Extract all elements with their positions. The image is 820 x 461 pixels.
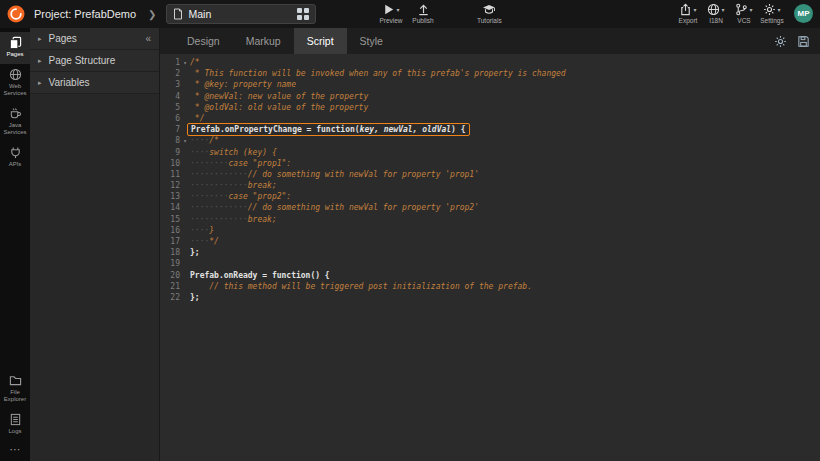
chevron-right-icon: ▸: [38, 57, 42, 65]
selected-page-name: Main: [189, 8, 298, 20]
fold-caret-icon[interactable]: ▾: [180, 57, 190, 68]
section-label: Variables: [49, 77, 90, 88]
code-text: * This function will be invoked when any…: [190, 68, 566, 79]
line-number: 15: [160, 214, 180, 225]
code-line[interactable]: 5 * @oldVal: old value of the property: [160, 102, 820, 113]
sidebar-label: Web Services: [1, 83, 29, 98]
logs-icon: [9, 413, 22, 426]
vcs-label: VCS: [737, 17, 750, 24]
page-selector[interactable]: Main: [166, 4, 316, 24]
save-icon[interactable]: [797, 35, 810, 48]
branch-icon: [735, 3, 748, 16]
more-options-icon[interactable]: ⋯: [10, 440, 21, 461]
i18n-button[interactable]: ▾ I18N: [704, 2, 728, 24]
pages-grid-icon[interactable]: [297, 8, 309, 20]
wavemaker-logo-icon: [7, 5, 25, 23]
fold-caret-icon[interactable]: ▾: [180, 135, 190, 146]
code-line[interactable]: 7Prefab.onPropertyChange = function(key,…: [160, 124, 820, 135]
chevron-down-icon: ▾: [721, 6, 724, 13]
line-number: 12: [160, 180, 180, 191]
tab-script[interactable]: Script: [294, 28, 347, 54]
line-number: 10: [160, 158, 180, 169]
code-line[interactable]: 15············break;: [160, 214, 820, 225]
sidebar-item-web-services[interactable]: Web Services: [0, 64, 30, 103]
code-text: ····}: [190, 225, 214, 236]
code-text: Prefab.onReady = function() {: [190, 270, 330, 281]
tutorials-group: Tutorials: [477, 2, 502, 24]
line-number: 8: [160, 135, 180, 146]
line-number: 7: [160, 124, 180, 135]
code-line[interactable]: 2 * This function will be invoked when a…: [160, 68, 820, 79]
preview-publish-group: ▾ Preview Publish: [379, 2, 435, 24]
publish-label: Publish: [412, 17, 433, 24]
code-line[interactable]: 17····*/: [160, 236, 820, 247]
code-line[interactable]: 20Prefab.onReady = function() {: [160, 270, 820, 281]
code-line[interactable]: 11············// do something with newVa…: [160, 169, 820, 180]
panel-section-variables[interactable]: ▸ Variables: [30, 72, 159, 94]
vcs-button[interactable]: ▾ VCS: [732, 2, 756, 24]
api-icon: [9, 146, 22, 159]
collapse-panel-icon[interactable]: «: [145, 33, 151, 44]
code-line[interactable]: 16····}: [160, 225, 820, 236]
code-line[interactable]: 10········case "prop1":: [160, 158, 820, 169]
code-editor[interactable]: 1▾/*2 * This function will be invoked wh…: [160, 54, 820, 461]
export-button[interactable]: ▾ Export: [676, 2, 700, 24]
code-text: /*: [190, 57, 200, 68]
upload-icon: [417, 3, 430, 16]
chevron-right-icon: ❯: [148, 9, 156, 20]
code-line[interactable]: 3 * @key: property name: [160, 79, 820, 90]
code-line[interactable]: 8▾····/*: [160, 135, 820, 146]
tab-design[interactable]: Design: [174, 28, 233, 54]
code-text: ············break;: [190, 180, 277, 191]
sidebar-item-pages[interactable]: Pages: [0, 32, 30, 64]
tab-markup[interactable]: Markup: [233, 28, 294, 54]
left-icon-sidebar: Pages Web Services Java Services APIs Fi…: [0, 28, 30, 461]
code-line[interactable]: 19: [160, 258, 820, 269]
preview-label: Preview: [379, 17, 402, 24]
line-number: 3: [160, 79, 180, 90]
publish-button[interactable]: Publish: [411, 2, 435, 24]
globe-icon: [707, 3, 720, 16]
code-line[interactable]: 12············break;: [160, 180, 820, 191]
chevron-down-icon: ▾: [693, 6, 696, 13]
code-text: // this method will be triggered post in…: [190, 281, 532, 292]
graduation-cap-icon: [482, 3, 496, 16]
code-text: Prefab.onPropertyChange = function(key, …: [190, 123, 470, 136]
code-line[interactable]: 14············// do something with newVa…: [160, 202, 820, 213]
code-line[interactable]: 1▾/*: [160, 57, 820, 68]
sidebar-label: APIs: [1, 161, 29, 169]
sidebar-label: Java Services: [1, 122, 29, 137]
tab-style[interactable]: Style: [347, 28, 396, 54]
user-avatar[interactable]: MP: [794, 4, 813, 23]
line-number: 21: [160, 281, 180, 292]
panel-section-page-structure[interactable]: ▸ Page Structure: [30, 50, 159, 72]
tutorials-button[interactable]: Tutorials: [477, 2, 502, 24]
project-title: Project: PrefabDemo: [34, 8, 136, 20]
line-number: 6: [160, 113, 180, 124]
sidebar-item-apis[interactable]: APIs: [0, 142, 30, 174]
line-number: 13: [160, 191, 180, 202]
sidebar-label: File Explorer: [1, 389, 29, 404]
sidebar-item-java-services[interactable]: Java Services: [0, 103, 30, 142]
code-line[interactable]: 18};: [160, 247, 820, 258]
line-number: 19: [160, 258, 180, 269]
code-line[interactable]: 9····switch (key) {: [160, 147, 820, 158]
settings-button[interactable]: ▾ Settings: [760, 2, 784, 24]
panel-section-pages[interactable]: ▸ Pages «: [30, 28, 159, 50]
line-number: 11: [160, 169, 180, 180]
code-line[interactable]: 22};: [160, 292, 820, 303]
sidebar-item-file-explorer[interactable]: File Explorer: [0, 370, 30, 409]
highlight-box: Prefab.onPropertyChange = function(key, …: [187, 123, 470, 136]
editor-settings-gear-icon[interactable]: [774, 35, 787, 48]
editor-tab-bar: Design Markup Script Style: [160, 28, 820, 54]
code-line[interactable]: 13········case "prop2":: [160, 191, 820, 202]
preview-button[interactable]: ▾ Preview: [379, 2, 403, 24]
line-number: 20: [160, 270, 180, 281]
code-text: ············// do something with newVal …: [190, 169, 479, 180]
code-line[interactable]: 4 * @newVal: new value of the property: [160, 91, 820, 102]
code-text: ····*/: [190, 236, 219, 247]
sidebar-item-logs[interactable]: Logs: [0, 409, 30, 441]
code-line[interactable]: 21 // this method will be triggered post…: [160, 281, 820, 292]
topbar-right-actions: ▾ Export ▾ I18N ▾ VCS ▾ Settings: [676, 2, 784, 24]
settings-label: Settings: [760, 17, 784, 24]
